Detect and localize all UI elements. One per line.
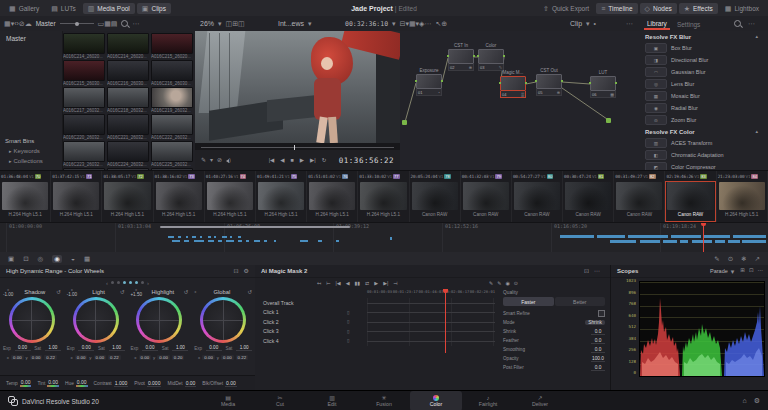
page-tab[interactable]: ◎ Color (410, 391, 462, 410)
toolbar-icon[interactable]: ☁ (25, 20, 32, 27)
audio-mute-icon[interactable] (226, 158, 230, 163)
page-dot[interactable] (141, 281, 144, 284)
timeline-clip[interactable]: 01:38:05:17 V1 72 H.264 High L5.1 (102, 171, 153, 223)
more-icon[interactable]: ⋯ (626, 20, 633, 27)
color-node[interactable]: LUT 06 ▦ (590, 70, 616, 98)
library-row[interactable]: Resolve FX Color ▴ (640, 126, 768, 137)
library-row[interactable]: ◉ Radial Blur (640, 102, 768, 114)
adjustment-value[interactable]: 0.00 (185, 380, 197, 387)
wheel-falloff-value[interactable]: -1.00 (67, 292, 77, 297)
media-clip[interactable]: A016C225_26032… (151, 141, 193, 168)
transport-button[interactable]: ⇄ (365, 280, 369, 286)
keyframe-lane[interactable] (367, 298, 495, 308)
reset-icon[interactable]: ↺ (248, 289, 253, 295)
adjustment-value[interactable]: 1.000 (114, 380, 129, 387)
page-dot[interactable] (117, 281, 120, 284)
timeline-clip[interactable]: 01:36:48:04 V1 70 H.264 High L5.1 (0, 171, 51, 223)
keyframe-lane[interactable] (367, 336, 495, 346)
timeline-clip[interactable]: 00:41:32:03 V1 79 Canon RAW (461, 171, 512, 223)
media-clip-thumbnail[interactable] (107, 87, 149, 108)
media-clip[interactable]: A016C217_26032… (63, 87, 105, 114)
timeline-clip[interactable]: 01:38:16:02 V1 73 H.264 High L5.1 (154, 171, 205, 223)
panel-header-icon[interactable]: ⊞ (740, 268, 745, 274)
clip-body[interactable]: H.264 High L5.1 (717, 181, 767, 222)
control-value[interactable] (598, 310, 605, 317)
trash-icon[interactable]: ▯ (347, 338, 365, 343)
exp-value[interactable]: 0.00 (142, 345, 158, 351)
media-clip[interactable]: A016C215_26020… (151, 33, 193, 60)
trash-icon[interactable]: ▯ (347, 329, 365, 334)
clip-body[interactable]: Canon RAW (665, 181, 715, 222)
transport-button[interactable]: |◀ (269, 157, 275, 163)
viewer-tool-icon[interactable]: ✎ (201, 157, 206, 163)
top-right-button[interactable]: ⇧ Quick Export (538, 3, 594, 14)
control-value[interactable]: Shrink (585, 320, 605, 325)
media-clip[interactable]: A016C216_26030… (151, 60, 193, 87)
timeline-clip[interactable]: 01:37:42:15 V1 71 H.264 High L5.1 (51, 171, 102, 223)
mask-draw-icon[interactable]: ⊙ (514, 280, 518, 286)
clip-tool-icon[interactable]: ❄ (741, 255, 746, 263)
wheel-falloff-value[interactable]: -1.00 (3, 292, 13, 297)
mask-track-row[interactable]: Click 4 ▯ (255, 336, 495, 346)
extra-value[interactable]: 0.20 (172, 355, 185, 360)
clip-body[interactable]: Canon RAW (614, 181, 664, 222)
transport-button[interactable]: ◀ (280, 157, 284, 163)
adjustment-value[interactable]: 0.00 (20, 379, 32, 387)
control-value[interactable]: 100.0 (591, 356, 605, 362)
thumbnail-size-slider[interactable] (60, 23, 94, 24)
media-clip-thumbnail[interactable] (63, 114, 105, 135)
reset-icon[interactable]: ↺ (56, 289, 61, 295)
clip-thumbnail[interactable] (309, 182, 355, 210)
node-view-label[interactable]: Clip (570, 20, 582, 27)
mask-draw-icon[interactable]: ✎ (497, 280, 501, 286)
color-wheel[interactable] (136, 297, 182, 343)
transport-button[interactable]: ▶ (300, 157, 304, 163)
transport-button[interactable]: |◀ (336, 280, 341, 286)
node-output-dot[interactable] (606, 118, 611, 123)
clip-body[interactable]: Canon RAW (512, 181, 562, 222)
color-wheel[interactable] (73, 297, 119, 343)
clip-thumbnail[interactable] (53, 182, 99, 210)
panel-header-icon[interactable]: ⋯ (758, 268, 764, 274)
clip-body[interactable]: H.264 High L5.1 (307, 181, 357, 222)
smart-bin-item[interactable]: ▸ Collections (0, 156, 62, 166)
viewer-tool-icon[interactable]: ▦ (409, 20, 416, 27)
library-row[interactable]: ▦ Mosaic Blur (640, 90, 768, 102)
wheel-falloff-value[interactable]: +1.50 (130, 292, 142, 297)
toolbar-icon[interactable]: ▦ (4, 20, 11, 27)
library-row[interactable]: ▣ Box Blur (640, 42, 768, 54)
expand-arrow-icon[interactable]: ▸ (9, 149, 12, 154)
mask-track-row[interactable]: Click 1 ▯ (255, 308, 495, 318)
clip-body[interactable]: H.264 High L5.1 (358, 181, 408, 222)
adjustment-value[interactable]: 0.000 (147, 380, 162, 387)
clip-thumbnail[interactable] (2, 182, 48, 210)
viewer-scrub-bar[interactable] (201, 147, 394, 148)
color-node[interactable]: Color 03 ✎ (478, 43, 504, 71)
clip-thumbnail[interactable] (258, 182, 304, 210)
quality-option-button[interactable]: Faster (503, 297, 554, 306)
timeline-clip[interactable]: 01:49:41:21 V1 75 H.264 High L5.1 (256, 171, 307, 223)
top-right-button[interactable]: ★ Effects (679, 3, 718, 14)
page-tab[interactable]: ↗ Deliver (514, 391, 566, 410)
collapse-icon[interactable]: ▴ (755, 34, 758, 39)
exp-value[interactable]: 0.00 (15, 345, 31, 351)
clip-thumbnail[interactable] (104, 182, 150, 210)
sat-value[interactable]: 1.00 (236, 345, 252, 351)
node-thumbnail[interactable] (536, 74, 562, 89)
adjustment-value[interactable]: 0.00 (225, 380, 237, 387)
transport-button[interactable]: ■ (291, 157, 294, 163)
clip-body[interactable]: H.264 High L5.1 (0, 181, 50, 222)
library-row[interactable]: ▥ ACES Transform (640, 137, 768, 149)
exp-value[interactable]: 0.00 (78, 345, 94, 351)
adjust-icon[interactable]: ± (194, 290, 196, 294)
clip-tool-icon[interactable]: ◒ (71, 255, 75, 263)
mask-draw-icon[interactable]: ◉ (505, 280, 509, 286)
top-right-button[interactable]: ◇ Nodes (640, 3, 677, 14)
node-thumbnail[interactable] (590, 76, 616, 91)
chevron-down-icon[interactable]: ▾ (392, 20, 396, 27)
media-clip[interactable]: A016C214_26020… (63, 33, 105, 60)
color-node[interactable]: CST Out 05 ⊕ (536, 68, 562, 96)
clip-thumbnail[interactable] (667, 182, 713, 210)
media-clip-thumbnail[interactable] (107, 114, 149, 135)
chevron-down-icon[interactable]: ▾ (308, 20, 312, 27)
